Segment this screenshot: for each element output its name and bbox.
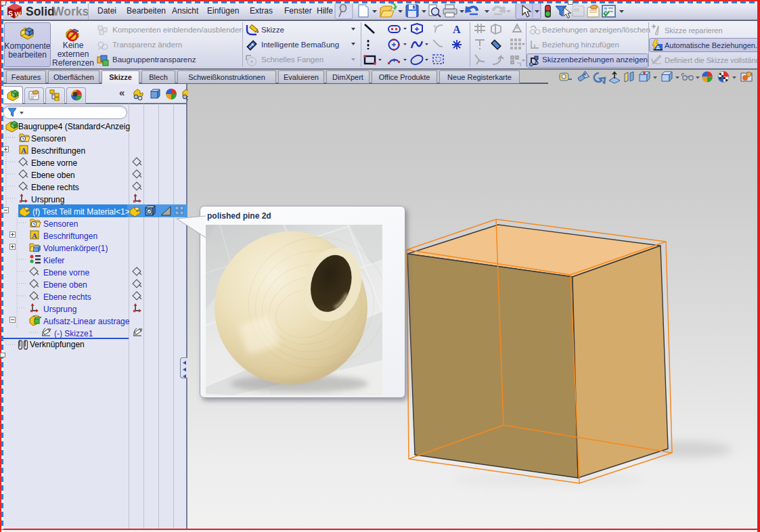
svg-text:A: A <box>453 24 461 35</box>
